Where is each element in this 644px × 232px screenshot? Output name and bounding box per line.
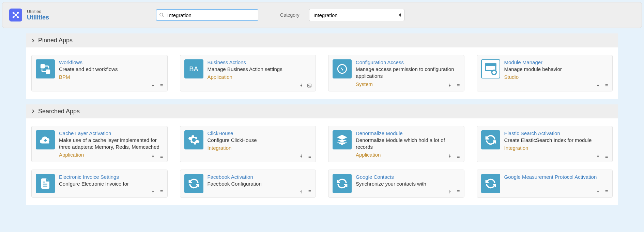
section-title: Searched Apps: [38, 108, 80, 115]
stack-icon: [333, 130, 352, 149]
image-icon[interactable]: [307, 83, 312, 88]
card-description: Denormalize Module which hold a lot of r…: [356, 137, 460, 151]
card-actions: [150, 154, 164, 159]
card-description: Create and edit workflows: [59, 66, 163, 73]
pin-icon[interactable]: [595, 154, 601, 159]
card-title: Cache Layer Activation: [59, 130, 163, 136]
pin-icon[interactable]: [447, 83, 453, 88]
list-icon[interactable]: [307, 154, 312, 159]
card-title: Facebook Activation: [208, 174, 312, 180]
sync-icon: [481, 174, 500, 193]
sync-icon: [481, 130, 500, 149]
sync-icon: [333, 174, 352, 193]
app-card[interactable]: Denormalize ModuleDenormalize Module whi…: [328, 126, 464, 162]
chevron-right-icon: [31, 38, 35, 43]
doc-icon: [36, 174, 55, 193]
pin-icon[interactable]: [447, 154, 453, 159]
svg-rect-8: [308, 84, 311, 87]
list-icon[interactable]: [455, 189, 461, 194]
section-title: Pinned Apps: [38, 37, 73, 44]
list-icon[interactable]: [158, 189, 164, 194]
svg-rect-6: [41, 64, 44, 68]
ba-text-icon: BA: [184, 59, 203, 78]
card-title: Configuration Access: [356, 59, 460, 65]
card-tag: BPM: [59, 74, 163, 80]
card-title: Workflows: [59, 59, 163, 65]
category-label: Category: [280, 12, 300, 18]
pin-icon[interactable]: [298, 154, 304, 159]
sync-icon: [184, 174, 203, 193]
card-actions: [298, 83, 312, 88]
card-tag: Studio: [504, 74, 609, 80]
list-icon[interactable]: [455, 154, 461, 159]
card-tag: Integration: [208, 145, 312, 151]
app-card[interactable]: ClickHouseConfigure ClickHouseIntegratio…: [180, 126, 316, 162]
card-description: Facebook Configuration: [208, 180, 312, 187]
card-description: Manage module behavior: [504, 66, 609, 73]
app-card[interactable]: Google ContactsSynchronize your contacts…: [328, 170, 464, 198]
card-actions: [595, 154, 609, 159]
list-icon[interactable]: [603, 83, 609, 88]
app-title: Utilities: [27, 14, 49, 21]
section-header-pinned[interactable]: Pinned Apps: [26, 33, 618, 47]
list-icon[interactable]: [158, 83, 164, 88]
card-title: Module Manager: [504, 59, 609, 65]
app-card[interactable]: Elastic Search ActivationCreate ElasticS…: [477, 126, 613, 162]
chevron-right-icon: [31, 109, 35, 114]
app-card[interactable]: Configuration AccessManage access permis…: [328, 55, 464, 91]
app-card[interactable]: WorkflowsCreate and edit workflowsBPM: [31, 55, 168, 91]
card-actions: [595, 189, 609, 194]
card-tag: Integration: [504, 145, 609, 151]
pin-icon[interactable]: [150, 83, 156, 88]
svg-point-5: [160, 13, 163, 16]
card-actions: [298, 189, 312, 194]
card-title: Google Measurement Protocol Activation: [504, 174, 609, 180]
card-title: Google Contacts: [356, 174, 460, 180]
card-title: Business Actions: [208, 59, 312, 65]
card-tag: Application: [356, 152, 460, 158]
card-title: Elastic Search Activation: [504, 130, 609, 136]
card-description: Manage access permission to configuratio…: [356, 66, 460, 80]
app-card[interactable]: Cache Layer ActivationMake use of a cach…: [31, 126, 168, 162]
pin-icon[interactable]: [150, 154, 156, 159]
card-tag: Application: [59, 152, 163, 158]
page-header: Utilities Utilities Category Integration…: [2, 2, 642, 28]
pin-icon[interactable]: [447, 189, 453, 194]
card-description: Make use of a cache layer implemented fo…: [59, 137, 163, 151]
app-card[interactable]: Facebook ActivationFacebook Configuratio…: [180, 170, 316, 198]
card-title: Electronic Invoice Settings: [59, 174, 163, 180]
pinned-apps-grid: WorkflowsCreate and edit workflowsBPMBAB…: [26, 47, 618, 99]
card-title: ClickHouse: [208, 130, 312, 136]
workflow-icon: [36, 59, 55, 78]
pin-icon[interactable]: [298, 83, 304, 88]
pin-icon[interactable]: [595, 189, 601, 194]
card-actions: [447, 154, 461, 159]
list-icon[interactable]: [603, 154, 609, 159]
list-icon[interactable]: [603, 189, 609, 194]
card-description: Create ElasticSearch Index for module: [504, 137, 609, 144]
list-icon[interactable]: [307, 189, 312, 194]
pin-icon[interactable]: [595, 83, 601, 88]
app-card[interactable]: BABusiness ActionsManage Business Action…: [180, 55, 316, 91]
app-card[interactable]: Module ManagerManage module behaviorStud…: [477, 55, 613, 91]
app-card[interactable]: Google Measurement Protocol Activation: [477, 170, 613, 198]
card-description: Confgure Electronic Invoice for: [59, 180, 163, 187]
card-description: Configure ClickHouse: [208, 137, 312, 144]
gear-icon: [184, 130, 203, 149]
pin-icon[interactable]: [298, 189, 304, 194]
svg-rect-7: [46, 70, 50, 73]
card-tag: System: [356, 81, 460, 87]
list-icon[interactable]: [158, 154, 164, 159]
app-icon: [9, 9, 22, 21]
section-header-searched[interactable]: Searched Apps: [26, 104, 618, 118]
card-actions: [150, 189, 164, 194]
category-select[interactable]: Integration: [309, 9, 404, 21]
app-card[interactable]: Electronic Invoice SettingsConfgure Elec…: [31, 170, 168, 198]
pin-icon[interactable]: [150, 189, 156, 194]
card-description: Synchronize your contacts with: [356, 180, 460, 187]
search-input[interactable]: [156, 9, 258, 21]
card-actions: [447, 189, 461, 194]
card-description: Manage Business Action settings: [208, 66, 312, 73]
list-icon[interactable]: [455, 83, 461, 88]
svg-point-14: [192, 138, 195, 141]
